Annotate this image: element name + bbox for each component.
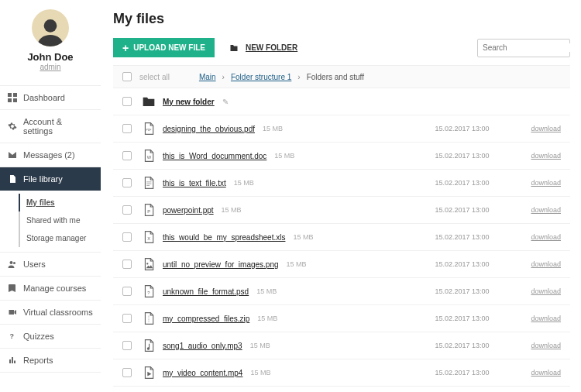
subnav-storage-manager[interactable]: Storage manager [19, 229, 101, 247]
nav-reports[interactable]: Reports [0, 348, 101, 373]
chevron-right-icon: › [297, 73, 300, 81]
file-name[interactable]: song1_audio_only.mp3 [163, 342, 242, 350]
breadcrumb-current: Folders and stuff [307, 73, 364, 81]
nav-dashboard[interactable]: Dashboard [0, 85, 101, 109]
breadcrumb-root[interactable]: Main [199, 73, 216, 81]
file-name[interactable]: my_compressed_files.zip [163, 315, 249, 323]
file-name[interactable]: My new folder [163, 98, 215, 106]
nav-label: Manage courses [23, 284, 86, 293]
file-name[interactable]: this_would_be_my_spreadsheet.xls [163, 233, 285, 242]
row-checkbox[interactable] [122, 314, 132, 323]
file-size: 15 MB [274, 152, 294, 160]
download-link[interactable]: download [531, 125, 570, 132]
file-date: 15.02.2017 13:00 [435, 125, 520, 132]
nav-messages[interactable]: Messages (2) [0, 143, 101, 167]
download-link[interactable]: download [531, 206, 570, 214]
file-name[interactable]: my_video_content.mp4 [163, 369, 242, 377]
download-link[interactable]: download [531, 152, 570, 160]
file-name[interactable]: unknown_file_format.psd [163, 287, 249, 296]
file-name[interactable]: designing_the_obvious.pdf [163, 125, 255, 133]
profile-block: John Doe admin [0, 9, 101, 81]
nav-label: Reports [23, 356, 53, 365]
file-date: 15.02.2017 13:00 [435, 287, 520, 295]
user-role[interactable]: admin [6, 63, 95, 71]
nav-label: Users [23, 260, 46, 269]
chevron-right-icon: › [222, 73, 225, 81]
pdf-icon: PDF [143, 122, 155, 135]
file-row: my_compressed_files.zip15 MB15.02.2017 1… [113, 305, 570, 332]
row-checkbox[interactable] [122, 287, 132, 296]
new-folder-button[interactable]: NEW FOLDER [229, 43, 297, 53]
download-link[interactable]: download [531, 179, 570, 187]
chart-icon [8, 356, 17, 365]
svg-rect-4 [13, 98, 17, 102]
svg-text:W: W [147, 155, 152, 160]
nav-account-settings[interactable]: Account & settings [0, 109, 101, 143]
subnav-my-files[interactable]: My files [19, 194, 101, 211]
file-size: 15 MB [257, 315, 277, 322]
folder-icon [143, 95, 155, 108]
row-checkbox[interactable] [122, 124, 132, 133]
row-checkbox[interactable] [122, 260, 132, 269]
file-name[interactable]: until_no_preview_for_images.png [163, 260, 279, 269]
row-checkbox[interactable] [122, 205, 132, 215]
nav-file-library[interactable]: File library [0, 167, 101, 191]
file-date: 15.02.2017 13:00 [435, 179, 520, 187]
row-checkbox[interactable] [122, 178, 132, 187]
search-input[interactable] [483, 43, 581, 52]
select-all-label: select all [139, 73, 170, 81]
subnav-shared-with-me[interactable]: Shared with me [19, 211, 101, 229]
camera-icon [8, 308, 17, 317]
file-name[interactable]: powerpoint.ppt [163, 206, 214, 215]
svg-text:P: P [147, 209, 150, 214]
nav-virtual-classrooms[interactable]: Virtual classrooms [0, 300, 101, 324]
file-size: 15 MB [222, 206, 242, 214]
file-name[interactable]: this_is_text_file.txt [163, 179, 226, 187]
gear-icon [8, 122, 17, 131]
file-list: My new folder✎PDFdesigning_the_obvious.p… [113, 88, 570, 387]
file-size: 15 MB [250, 342, 270, 349]
file-date: 15.02.2017 13:00 [435, 152, 520, 160]
nav-users[interactable]: Users [0, 252, 101, 276]
row-checkbox[interactable] [122, 151, 132, 160]
row-checkbox[interactable] [122, 97, 132, 106]
file-date: 15.02.2017 13:00 [435, 233, 520, 241]
dashboard-icon [8, 93, 17, 102]
file-row: My new folder✎ [113, 88, 570, 115]
upload-button[interactable]: + UPLOAD NEW FILE [113, 38, 215, 57]
page-title: My files [113, 11, 570, 27]
file-size: 15 MB [256, 287, 277, 295]
rename-icon[interactable]: ✎ [222, 98, 229, 106]
file-date: 15.02.2017 13:00 [435, 342, 520, 349]
subnav: My files Shared with me Storage manager [0, 191, 101, 252]
file-name[interactable]: this_is_Word_documment.doc [163, 152, 266, 160]
download-link[interactable]: download [531, 233, 570, 241]
search-box[interactable] [477, 39, 570, 57]
breadcrumb-mid[interactable]: Folder structure 1 [231, 73, 291, 81]
row-checkbox[interactable] [122, 341, 132, 350]
download-link[interactable]: download [531, 260, 570, 268]
unknown-icon: ? [143, 285, 155, 297]
nav-manage-courses[interactable]: Manage courses [0, 276, 101, 300]
avatar[interactable] [32, 9, 69, 46]
file-date: 15.02.2017 13:00 [435, 369, 520, 377]
download-link[interactable]: download [531, 315, 570, 322]
nav-label: Account & settings [23, 117, 93, 136]
row-checkbox[interactable] [122, 232, 132, 242]
main-content: My files + UPLOAD NEW FILE NEW FOLDER se… [101, 0, 581, 392]
table-header: select all Main › Folder structure 1 › F… [113, 65, 570, 88]
nav-quizzes[interactable]: ? Quizzes [0, 324, 101, 348]
plus-icon: + [122, 44, 129, 52]
zip-icon [143, 312, 155, 325]
download-link[interactable]: download [531, 342, 570, 349]
nav-label: Virtual classrooms [23, 308, 93, 317]
download-link[interactable]: download [531, 369, 570, 377]
svg-rect-2 [13, 93, 17, 97]
row-checkbox[interactable] [122, 368, 132, 377]
file-row: ?unknown_file_format.psd15 MB15.02.2017 … [113, 278, 570, 305]
download-link[interactable]: download [531, 287, 570, 295]
word-icon: W [143, 150, 155, 162]
select-all-checkbox[interactable] [122, 72, 132, 81]
xls-icon: X [143, 231, 155, 243]
ppt-icon: P [143, 204, 155, 216]
